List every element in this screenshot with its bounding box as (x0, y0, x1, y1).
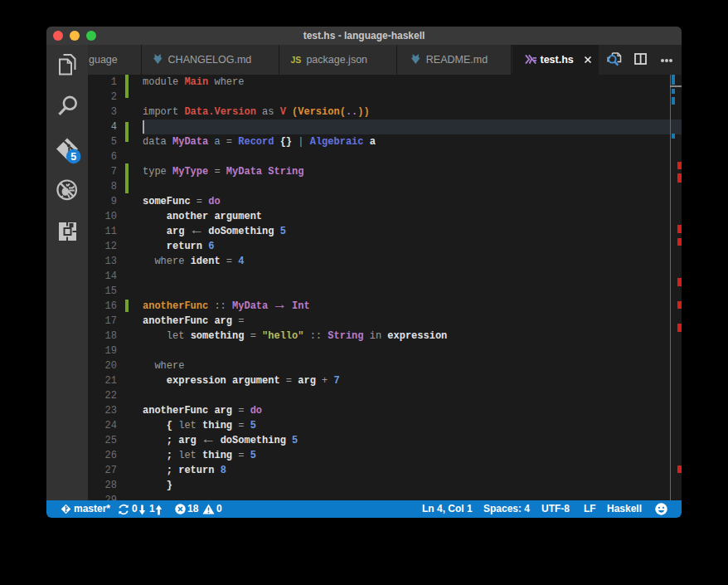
svg-text:5: 5 (70, 151, 76, 163)
